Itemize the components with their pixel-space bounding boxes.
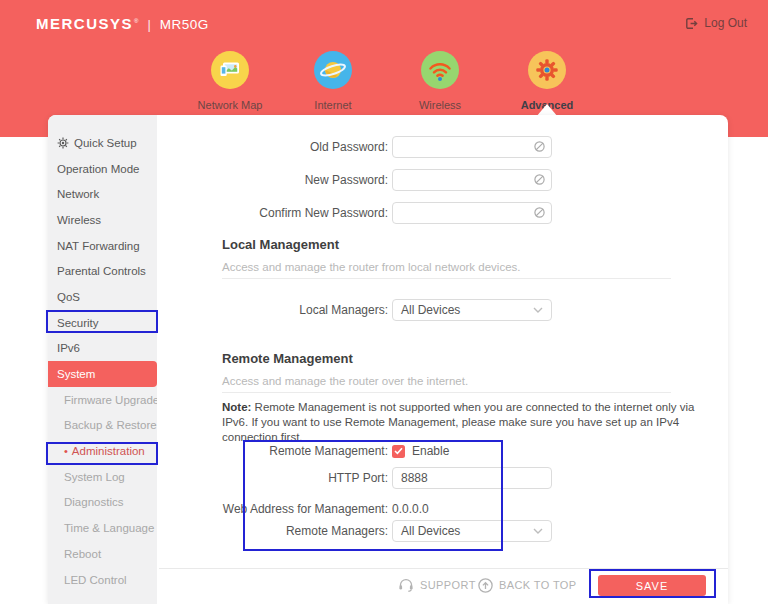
eye-off-icon[interactable] <box>533 173 546 186</box>
remote-management-checkbox[interactable] <box>392 445 405 458</box>
tab-internet[interactable]: Internet <box>288 51 378 111</box>
local-managers-row: Local Managers: All Devices <box>157 299 552 321</box>
sidebar-item-label: System Log <box>64 471 125 483</box>
sidebar-item-label: Security <box>57 317 99 329</box>
old-password-row: Old Password: <box>157 136 552 158</box>
http-port-field[interactable] <box>392 467 552 489</box>
remote-managers-dropdown[interactable]: All Devices <box>392 520 552 542</box>
sidebar-item-label: Diagnostics <box>64 496 123 508</box>
sidebar-item-nat-forwarding[interactable]: NAT Forwarding <box>48 233 157 259</box>
chevron-down-icon <box>533 307 543 313</box>
web-address-row: Web Address for Management: 0.0.0.0 <box>157 502 429 516</box>
wireless-icon <box>395 51 485 93</box>
sidebar-item-firmware-upgrade[interactable]: Firmware Upgrade <box>48 387 157 413</box>
remote-managers-value: All Devices <box>401 524 460 538</box>
remote-management-enable-row: Remote Management: Enable <box>157 444 449 458</box>
sidebar-item-label: LED Control <box>64 574 127 586</box>
sidebar-item-label: Time & Language <box>64 522 154 534</box>
tab-network-map-label: Network Map <box>185 99 275 111</box>
brand-logo: MERCUSYS ® | MR50G <box>36 15 209 32</box>
remote-managers-row: Remote Managers: All Devices <box>157 520 552 542</box>
local-managers-value: All Devices <box>401 303 460 317</box>
remote-management-description: Access and manage the router over the in… <box>222 375 468 387</box>
sidebar-item-led-control[interactable]: LED Control <box>48 567 157 593</box>
remote-management-label: Remote Management: <box>157 444 388 458</box>
sidebar-item-ipv6[interactable]: IPv6 <box>48 336 157 362</box>
sidebar-item-label: Firmware Upgrade <box>64 394 157 406</box>
model-name: MR50G <box>160 17 209 32</box>
sidebar-item-quick-setup[interactable]: Quick Setup <box>48 130 157 156</box>
eye-off-icon[interactable] <box>533 140 546 153</box>
support-link[interactable]: SUPPORT <box>398 574 476 596</box>
main-panel: Old Password: New Password: <box>157 115 728 604</box>
sidebar-item-time-language[interactable]: Time & Language <box>48 515 157 541</box>
sidebar-item-label: System <box>57 368 95 380</box>
logout-icon <box>685 17 698 30</box>
sidebar-item-backup-restore[interactable]: Backup & Restore <box>48 413 157 439</box>
tab-network-map[interactable]: Network Map <box>185 51 275 111</box>
advanced-gear-icon <box>502 51 592 93</box>
sidebar-item-system-log[interactable]: System Log <box>48 464 157 490</box>
sidebar-item-label: Network <box>57 188 99 200</box>
sidebar-item-administration[interactable]: • Administration <box>48 438 157 464</box>
eye-off-icon[interactable] <box>533 206 546 219</box>
sidebar-item-qos[interactable]: QoS <box>48 284 157 310</box>
sidebar-item-security[interactable]: Security <box>48 310 157 336</box>
sidebar-item-label: Reboot <box>64 548 101 560</box>
headset-icon <box>398 578 414 592</box>
old-password-field[interactable] <box>392 136 552 158</box>
confirm-password-label: Confirm New Password: <box>157 206 388 220</box>
sidebar-item-system[interactable]: System <box>48 361 157 387</box>
chevron-down-icon <box>533 528 543 534</box>
old-password-label: Old Password: <box>157 140 388 154</box>
tab-advanced[interactable]: Advanced <box>502 51 592 111</box>
sidebar-item-label: NAT Forwarding <box>57 240 140 252</box>
enable-label: Enable <box>412 444 449 458</box>
web-address-label: Web Address for Management: <box>157 502 388 516</box>
trademark-mark: ® <box>134 18 138 24</box>
brand-name: MERCUSYS <box>36 15 133 32</box>
logout-button[interactable]: Log Out <box>685 16 747 30</box>
gear-icon <box>57 137 69 149</box>
remote-managers-label: Remote Managers: <box>157 524 388 538</box>
sidebar-item-label: Wireless <box>57 214 101 226</box>
tab-internet-label: Internet <box>288 99 378 111</box>
sidebar-item-network[interactable]: Network <box>48 181 157 207</box>
router-admin-screen: MERCUSYS ® | MR50G Log Out <box>0 0 768 604</box>
sidebar-item-operation-mode[interactable]: Operation Mode <box>48 156 157 182</box>
remote-management-note: Note: Remote Management is not supported… <box>222 400 710 445</box>
sidebar-item-reboot[interactable]: Reboot <box>48 541 157 567</box>
sidebar-item-label: QoS <box>57 291 80 303</box>
local-management-heading: Local Management <box>222 237 339 252</box>
sidebar-item-wireless[interactable]: Wireless <box>48 207 157 233</box>
content-card: Quick Setup Operation Mode Network Wirel… <box>48 115 728 604</box>
confirm-password-field[interactable] <box>392 202 552 224</box>
note-text: Remote Management is not supported when … <box>222 401 694 443</box>
back-to-top-label: BACK TO TOP <box>499 579 577 591</box>
sidebar-item-label: Operation Mode <box>57 163 139 175</box>
selected-bullet: • <box>64 445 68 457</box>
back-to-top-link[interactable]: BACK TO TOP <box>478 574 577 596</box>
sidebar-item-label: IPv6 <box>57 342 80 354</box>
sidebar-item-diagnostics[interactable]: Diagnostics <box>48 490 157 516</box>
local-management-description: Access and manage the router from local … <box>222 261 521 273</box>
sidebar-item-parental-controls[interactable]: Parental Controls <box>48 258 157 284</box>
tab-wireless-label: Wireless <box>395 99 485 111</box>
internet-icon <box>288 51 378 93</box>
http-port-row: HTTP Port: <box>157 467 552 489</box>
confirm-password-row: Confirm New Password: <box>157 202 552 224</box>
remote-management-heading: Remote Management <box>222 351 353 366</box>
save-button[interactable]: SAVE <box>598 575 706 596</box>
new-password-row: New Password: <box>157 169 552 191</box>
http-port-label: HTTP Port: <box>157 471 388 485</box>
sidebar: Quick Setup Operation Mode Network Wirel… <box>48 115 157 604</box>
footer-divider <box>159 568 728 569</box>
tab-wireless[interactable]: Wireless <box>395 51 485 111</box>
network-map-icon <box>185 51 275 93</box>
new-password-field[interactable] <box>392 169 552 191</box>
sidebar-item-label: Administration <box>72 445 145 457</box>
note-label: Note: <box>222 401 251 413</box>
local-managers-dropdown[interactable]: All Devices <box>392 299 552 321</box>
support-label: SUPPORT <box>420 579 476 591</box>
arrow-up-circle-icon <box>478 578 493 593</box>
